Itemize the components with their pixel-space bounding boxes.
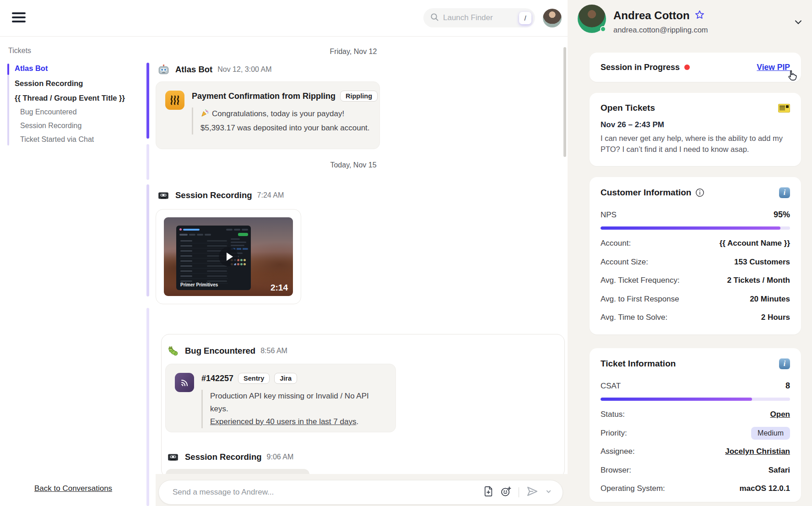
sidebar-item-atlas-bot[interactable]: Atlas Bot — [15, 64, 48, 73]
online-status-dot — [600, 26, 606, 32]
payment-card-title: Payment Confirmation from Rippling — [192, 92, 336, 101]
robot-icon — [157, 64, 170, 75]
rippling-badge: Rippling — [340, 91, 378, 102]
info-emoji-icon[interactable]: i — [779, 187, 790, 198]
info-row-account: Account:{{ Account Name }} — [601, 234, 790, 253]
customer-email: andrea.cotton@rippling.com — [613, 26, 708, 34]
favorite-star-icon[interactable] — [694, 10, 705, 22]
info-circle-icon[interactable] — [695, 188, 704, 197]
sidebar-item-session-recording-2[interactable]: Session Recording — [20, 122, 81, 130]
csat-value: 8 — [785, 381, 790, 391]
party-popper-icon — [200, 109, 209, 122]
message-input[interactable] — [173, 488, 483, 497]
current-user-avatar[interactable] — [543, 9, 562, 27]
hamburger-menu-icon[interactable] — [12, 12, 26, 23]
timeline-rail-segment — [146, 184, 149, 296]
info-row-status: Status:Open — [601, 405, 790, 424]
csat-progress-fill — [601, 398, 752, 401]
chat-scrollbar[interactable] — [563, 47, 566, 157]
bug-ticket-body: Production API key missing or Invalid / … — [201, 390, 386, 428]
info-row-assignee: Assignee:Jocelyn Christian — [601, 442, 790, 461]
message-header-bug-encountered: Bug Encountered 8:56 AM — [166, 343, 287, 359]
assignee-link[interactable]: Jocelyn Christian — [725, 447, 790, 456]
info-row-account-size: Account Size:153 Customers — [601, 253, 790, 272]
info-row-browser: Browser:Safari — [601, 461, 790, 480]
recording-status-dot — [684, 65, 690, 70]
info-row-priority: Priority:Medium — [601, 424, 790, 443]
timeline-rail-active-segment — [146, 63, 149, 139]
csat-progress-track — [601, 398, 790, 401]
recorded-browser-window: Primer Primitives — [176, 226, 251, 290]
info-row-time-to-solve: Avg. Time to Solve:2 Hours — [601, 308, 790, 327]
customer-info-title: Customer Information — [601, 188, 691, 198]
cassette-icon — [157, 189, 170, 201]
open-ticket-message: I can never get any help, where is the a… — [601, 133, 790, 155]
thread-group-container: Bug Encountered 8:56 AM #142257 Sentry J… — [161, 334, 565, 478]
csat-label: CSAT — [601, 382, 621, 391]
video-thumbnail: Primer Primitives 2:14 — [164, 217, 293, 296]
ticket-info-title: Ticket Information — [601, 359, 676, 369]
ticket-emoji-icon — [778, 104, 790, 113]
open-ticket-timestamp: Nov 26 – 2:43 PM — [601, 120, 790, 129]
session-card-title: Session in Progress — [601, 63, 680, 72]
play-button[interactable] — [219, 247, 238, 266]
tickets-section-label: Tickets — [8, 47, 31, 55]
info-emoji-icon[interactable]: i — [779, 358, 790, 369]
view-pip-link[interactable]: View PIP — [757, 63, 790, 72]
sidebar-item-session-recording[interactable]: Session Recording — [15, 79, 83, 88]
sidebar-rail — [7, 75, 9, 145]
send-icon[interactable] — [526, 485, 539, 499]
send-options-chevron-icon[interactable] — [546, 488, 552, 496]
composer-area — [156, 474, 568, 506]
customer-name: Andrea Cotton — [613, 9, 690, 22]
search-icon — [430, 13, 439, 23]
customer-avatar[interactable] — [578, 5, 606, 33]
bug-affected-users-link[interactable]: Experienced by 40 users in the last 7 da… — [210, 417, 356, 426]
open-tickets-card: Open Tickets Nov 26 – 2:43 PM I can neve… — [590, 93, 801, 166]
sentry-logo-icon — [175, 373, 194, 392]
search-input[interactable] — [443, 13, 519, 22]
message-composer[interactable] — [158, 480, 563, 505]
ticket-information-card: Ticket Information i CSAT 8 Status:Open … — [590, 348, 801, 502]
jira-badge: Jira — [274, 373, 297, 384]
message-header-atlas-bot: Atlas Bot Nov 12, 3:00 AM — [157, 61, 272, 78]
attach-file-icon[interactable] — [483, 486, 493, 499]
customer-panel: Andrea Cotton andrea.cotton@rippling.com… — [568, 0, 812, 506]
status-open-link[interactable]: Open — [770, 410, 790, 419]
emoji-picker-icon[interactable] — [500, 486, 512, 499]
session-recording-video-card[interactable]: Primer Primitives 2:14 — [156, 209, 301, 304]
timeline-rail-segment — [146, 144, 149, 180]
bug-ticket-id: #142257 — [201, 374, 233, 383]
video-caption: Primer Primitives — [180, 282, 218, 287]
sidebar-item-bug-encountered[interactable]: Bug Encountered — [20, 108, 77, 116]
info-row-first-response: Avg. to First Response20 Minutes — [601, 290, 790, 309]
session-in-progress-card: Session in Progress View PIP — [590, 53, 801, 82]
sidebar-item-thread-group-title[interactable]: {{ Thread / Group Event Title }} — [15, 94, 125, 102]
payment-card-body: Congratulations, today is your payday! $… — [192, 108, 378, 135]
open-tickets-title: Open Tickets — [601, 103, 655, 113]
sentry-badge: Sentry — [238, 373, 270, 384]
sidebar-active-rail — [7, 64, 9, 75]
collapse-panel-chevron-icon[interactable] — [793, 16, 804, 29]
priority-badge: Medium — [751, 427, 790, 440]
search-bar[interactable]: / — [423, 8, 535, 27]
info-row-os: Operating System:macOS 12.0.1 — [601, 479, 790, 498]
top-bar: / — [0, 0, 568, 37]
sidebar-item-ticket-started-via-chat[interactable]: Ticket Started via Chat — [20, 135, 94, 144]
date-separator: Friday, Nov 12 — [156, 48, 551, 56]
composer-divider — [519, 487, 520, 497]
cassette-icon — [166, 451, 180, 463]
nps-label: NPS — [601, 210, 617, 220]
timeline-rail-segment — [146, 308, 149, 506]
bug-ticket-card: #142257 Sentry Jira Production API key m… — [165, 364, 396, 432]
back-to-conversations-link[interactable]: Back to Conversations — [34, 484, 112, 493]
info-row-ticket-frequency: Avg. Ticket Frequency:2 Tickets / Month — [601, 271, 790, 290]
caterpillar-icon — [166, 345, 180, 357]
search-shortcut-key: / — [519, 12, 531, 24]
video-duration: 2:14 — [271, 283, 288, 293]
nps-progress-track — [601, 226, 790, 230]
message-header-session-recording-2: Session Recording 9:06 AM — [166, 449, 293, 465]
pointer-cursor-icon — [786, 70, 798, 84]
nps-progress-fill — [601, 226, 780, 230]
nps-value: 95% — [774, 210, 790, 220]
